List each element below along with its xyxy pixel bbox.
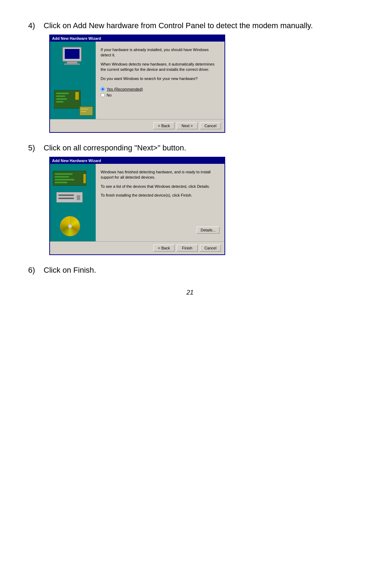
monitor-icon [62, 47, 82, 65]
wizard1-titlebar: Add New Hardware Wizard [50, 35, 224, 42]
wizard1-buttons: < Back Next > Cancel [53, 122, 221, 129]
step5-text: 5) Click on all corresponding "Next>" bu… [28, 143, 352, 153]
wizard1-back-button[interactable]: < Back [153, 122, 175, 129]
step4-text: 4) Click on Add New hardware from Contro… [28, 21, 352, 30]
wizard1-text1: If your hardware is already installed, y… [101, 47, 220, 58]
wizard1-right-panel: If your hardware is already installed, y… [96, 42, 224, 119]
page-number: 21 [28, 289, 352, 296]
pci-card-icon [53, 171, 86, 186]
wizard1-radio-yes[interactable] [101, 87, 105, 91]
step5-container: 5) Click on all corresponding "Next>" bu… [28, 143, 352, 255]
wizard2-dialog: Add New Hardware Wizard [49, 157, 225, 255]
step6-text: 6) Click on Finish. [28, 266, 352, 275]
wizard2-text2: To see a list of the devices that Window… [101, 184, 220, 189]
wizard1-footer: < Back Next > Cancel [50, 119, 224, 132]
wizard1-radio-no-item[interactable]: No [101, 93, 220, 97]
wizard2-footer: < Back Finish Cancel [50, 241, 224, 254]
step6-number: 6) [28, 266, 41, 275]
wizard2-titlebar: Add New Hardware Wizard [50, 157, 224, 164]
wizard2-details-button[interactable]: Details... [197, 227, 220, 234]
wizard1-body: If your hardware is already installed, y… [50, 42, 224, 119]
step4-container: 4) Click on Add New hardware from Contro… [28, 21, 352, 133]
wizard1-radio-yes-label: Yes (Recommended) [107, 87, 143, 91]
cd-disc-icon [60, 216, 80, 236]
wizard2-finish-button[interactable]: Finish [177, 245, 198, 252]
drive-box-icon [56, 192, 83, 203]
wizard1-cancel-button[interactable]: Cancel [200, 122, 221, 129]
step5-number: 5) [28, 143, 41, 153]
wizard1-text3: Do you want Windows to search for your n… [101, 76, 220, 81]
wizard2-details-area: Details... [101, 219, 220, 234]
wizard2-text1: Windows has finished detecting hardware,… [101, 169, 220, 180]
wizard1-left-panel [50, 42, 96, 119]
step6-description: Click on Finish. [44, 266, 96, 275]
wizard2-body: Windows has finished detecting hardware,… [50, 164, 224, 241]
circuit-board-icon [54, 90, 81, 109]
wizard1-radio-no-label: No [107, 93, 112, 97]
wizard2-text3: To finish installing the detected device… [101, 193, 220, 198]
wizard2-buttons: < Back Finish Cancel [53, 245, 221, 252]
step5-description: Click on all corresponding "Next>" butto… [44, 143, 186, 153]
wizard2-right-panel: Windows has finished detecting hardware,… [96, 164, 224, 241]
wizard2-left-panel [50, 164, 96, 241]
wizard1-title: Add New Hardware Wizard [52, 36, 101, 41]
wizard2-back-button[interactable]: < Back [153, 245, 175, 252]
wizard2-cancel-button[interactable]: Cancel [200, 245, 221, 252]
wizard1-text2: When Windows detects new hardware, it au… [101, 62, 220, 73]
step4-number: 4) [28, 21, 41, 30]
wizard2-title: Add New Hardware Wizard [52, 159, 101, 163]
step4-description: Click on Add New hardware from Control P… [44, 21, 313, 30]
wizard1-radio-group: Yes (Recommended) No [101, 87, 220, 99]
wizard1-dialog: Add New Hardware Wizard [49, 35, 225, 133]
wizard1-radio-yes-item[interactable]: Yes (Recommended) [101, 87, 220, 91]
wizard1-next-button[interactable]: Next > [177, 122, 198, 129]
wizard1-radio-no[interactable] [101, 93, 105, 97]
step6-container: 6) Click on Finish. [28, 266, 352, 275]
small-card-icon [80, 106, 93, 116]
